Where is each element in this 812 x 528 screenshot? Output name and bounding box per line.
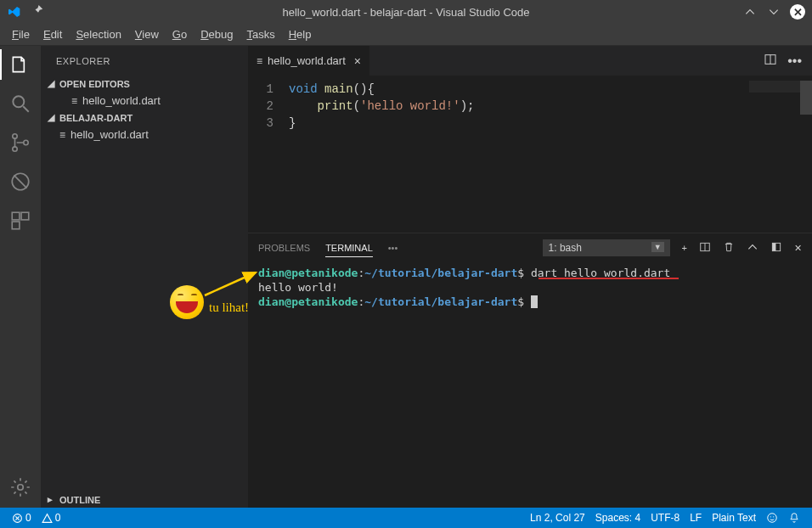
panel-tab-terminal[interactable]: TERMINAL — [325, 239, 373, 257]
menu-debug[interactable]: Debug — [194, 25, 240, 43]
status-feedback-icon[interactable] — [761, 512, 783, 524]
svg-rect-7 — [12, 212, 20, 220]
terminal-selector[interactable]: 1: bash — [543, 239, 670, 256]
editor-tabs: ≡ hello_world.dart × ••• — [248, 46, 812, 76]
line-number: 3 — [248, 115, 273, 132]
terminal-user: dian@petanikode — [258, 295, 358, 308]
window-titlebar: hello_world.dart - belajar-dart - Visual… — [0, 0, 812, 24]
svg-point-4 — [24, 140, 28, 144]
close-icon[interactable]: ✕ — [790, 4, 805, 20]
chevron-up-icon[interactable] — [747, 241, 758, 255]
error-count: 0 — [25, 512, 31, 524]
menubar: File Edit Selection View Go Debug Tasks … — [0, 24, 812, 46]
code-editor[interactable]: 1 2 3 void main(){ print('hello world!')… — [248, 76, 812, 233]
line-number: 1 — [248, 81, 273, 98]
terminal-path: ~/tutorial/belajar-dart — [364, 267, 517, 279]
punctuation: (){ — [353, 82, 375, 96]
menu-edit[interactable]: Edit — [37, 25, 69, 43]
terminal-dollar: $ — [517, 295, 524, 308]
menu-help[interactable]: Help — [282, 25, 319, 43]
svg-line-1 — [23, 106, 29, 112]
more-icon[interactable]: ••• — [787, 53, 802, 69]
activity-explorer[interactable] — [8, 53, 32, 76]
close-panel-icon[interactable]: ✕ — [794, 243, 802, 254]
close-icon[interactable]: × — [354, 54, 361, 68]
status-bell-icon[interactable] — [783, 512, 805, 524]
status-spaces[interactable]: Spaces: 4 — [590, 512, 646, 524]
svg-point-22 — [773, 516, 774, 517]
scrollbar[interactable] — [800, 81, 812, 233]
menu-tasks[interactable]: Tasks — [240, 25, 281, 43]
activity-search[interactable] — [8, 92, 32, 115]
project-header[interactable]: ◢ BELAJAR-DART — [41, 110, 248, 126]
svg-point-0 — [13, 96, 24, 107]
activity-scm[interactable] — [8, 131, 32, 154]
svg-rect-9 — [12, 222, 20, 229]
open-editor-file[interactable]: ≡ hello_world.dart — [41, 92, 248, 110]
line-number: 2 — [248, 98, 273, 115]
status-errors[interactable]: 0 — [7, 512, 37, 524]
window-title: hello_world.dart - belajar-dart - Visual… — [283, 6, 530, 19]
project-file[interactable]: ≡ hello_world.dart — [41, 126, 248, 143]
trash-icon[interactable] — [723, 241, 735, 255]
project-label: BELAJAR-DART — [59, 113, 133, 123]
svg-rect-8 — [21, 212, 29, 220]
maximize-panel-icon[interactable] — [770, 241, 782, 255]
svg-point-21 — [770, 516, 771, 517]
pin-icon[interactable] — [32, 5, 44, 20]
warning-count: 0 — [55, 512, 61, 524]
chevron-down-icon: ◢ — [48, 112, 56, 123]
open-editors-header[interactable]: ◢ OPEN EDITORS — [41, 76, 248, 92]
minimap[interactable] — [749, 81, 800, 93]
status-lang[interactable]: Plain Text — [707, 512, 761, 524]
menu-view[interactable]: View — [128, 25, 166, 43]
panel-tabs: PROBLEMS TERMINAL ••• 1: bash + ✕ — [248, 233, 812, 262]
sidebar-title: EXPLORER — [41, 46, 248, 76]
panel-tab-more[interactable]: ••• — [388, 239, 398, 256]
svg-point-2 — [13, 134, 17, 138]
editor-tab-active[interactable]: ≡ hello_world.dart × — [248, 46, 370, 76]
line-gutter: 1 2 3 — [248, 81, 289, 233]
split-terminal-icon[interactable] — [699, 241, 711, 255]
terminal[interactable]: dian@petanikode:~/tutorial/belajar-dart$… — [248, 262, 812, 508]
outline-header[interactable]: ▸ OUTLINE — [41, 491, 248, 508]
menu-selection[interactable]: Selection — [69, 25, 127, 43]
panel-tab-problems[interactable]: PROBLEMS — [258, 239, 310, 256]
keyword: void — [289, 82, 318, 96]
file-label: hello_world.dart — [82, 94, 161, 107]
activity-settings[interactable] — [8, 475, 32, 499]
status-line-col[interactable]: Ln 2, Col 27 — [525, 512, 590, 524]
bottom-panel: PROBLEMS TERMINAL ••• 1: bash + ✕ dian@p… — [248, 233, 812, 508]
chevron-down-icon: ◢ — [48, 78, 56, 89]
status-encoding[interactable]: UTF-8 — [646, 512, 685, 524]
terminal-output: hello world! — [258, 280, 802, 295]
svg-point-20 — [768, 514, 777, 523]
editor-area: ≡ hello_world.dart × ••• 1 2 3 void main… — [248, 46, 812, 508]
statusbar: 0 0 Ln 2, Col 27 Spaces: 4 UTF-8 LF Plai… — [0, 508, 812, 528]
activity-debug[interactable] — [8, 170, 32, 194]
file-icon: ≡ — [71, 95, 77, 107]
punctuation: ( — [353, 99, 360, 113]
punctuation: ); — [460, 99, 475, 113]
open-editors-label: OPEN EDITORS — [59, 79, 130, 89]
maximize-icon[interactable] — [766, 4, 781, 20]
activity-extensions[interactable] — [8, 209, 32, 233]
annotation-underline — [539, 278, 679, 279]
status-warnings[interactable]: 0 — [37, 512, 66, 524]
outline-label: OUTLINE — [59, 495, 100, 505]
code-content[interactable]: void main(){ print('hello world!'); } — [289, 81, 812, 233]
minimize-icon[interactable] — [742, 4, 758, 20]
new-terminal-icon[interactable]: + — [682, 243, 687, 253]
svg-rect-16 — [772, 243, 775, 250]
menu-go[interactable]: Go — [166, 25, 194, 43]
menu-file[interactable]: File — [5, 25, 37, 43]
status-eol[interactable]: LF — [685, 512, 707, 524]
svg-line-6 — [14, 175, 26, 188]
svg-point-3 — [13, 147, 17, 151]
file-label: hello_world.dart — [70, 128, 149, 141]
svg-point-10 — [18, 485, 24, 491]
sidebar-explorer: EXPLORER ◢ OPEN EDITORS ≡ hello_world.da… — [41, 46, 248, 508]
split-editor-icon[interactable] — [764, 53, 777, 70]
file-icon: ≡ — [257, 55, 262, 67]
string-literal: 'hello world!' — [360, 99, 460, 113]
